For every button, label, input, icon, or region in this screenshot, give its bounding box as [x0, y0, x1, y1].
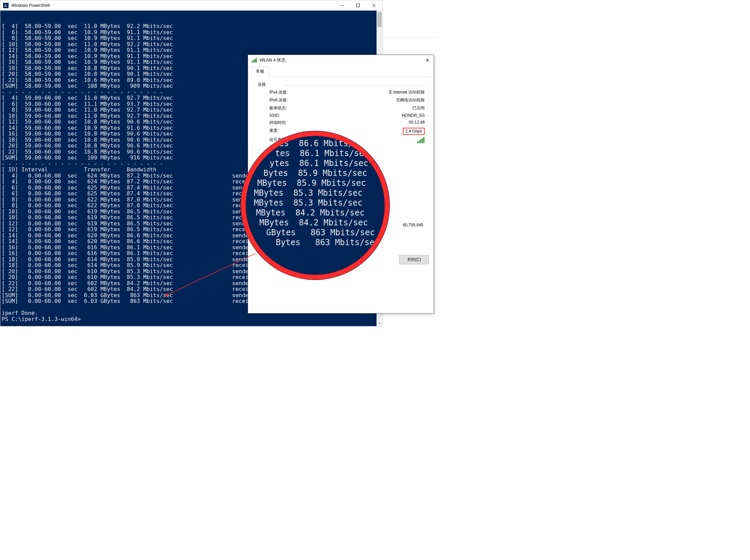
- svg-rect-9: [256, 58, 257, 62]
- powershell-titlebar[interactable]: Windows PowerShell: [0, 0, 382, 11]
- duration-label: 持续时间:: [269, 120, 287, 126]
- duration-value: 00:12:48: [409, 120, 425, 126]
- magnifier-text: es 86.6 Mbits/sectes 86.1 Mbits/secytes …: [246, 136, 385, 248]
- speed-value: 2.4 Gbps: [403, 128, 425, 135]
- svg-rect-8: [255, 59, 256, 63]
- media-state-label: 媒体状态:: [269, 105, 287, 111]
- minimize-button[interactable]: [335, 0, 350, 11]
- close-dialog-button[interactable]: 关闭(C): [399, 255, 429, 264]
- signal-icon: [251, 58, 257, 62]
- ipv6-label: IPv6 连接:: [269, 97, 288, 103]
- svg-rect-10: [417, 141, 418, 143]
- maximize-button[interactable]: [350, 0, 366, 11]
- close-button[interactable]: [366, 0, 382, 11]
- svg-rect-7: [254, 59, 255, 62]
- media-state-value: 已启用: [412, 105, 425, 111]
- background-window-strip: [383, 10, 436, 38]
- wlan-title: WLAN 4 状态: [260, 57, 423, 63]
- scroll-down-arrow[interactable]: ▾: [377, 320, 382, 326]
- svg-rect-14: [423, 137, 424, 143]
- tab-general[interactable]: 常规: [251, 67, 269, 77]
- speed-label: 速度:: [269, 128, 278, 135]
- ssid-label: SSID:: [269, 113, 280, 118]
- svg-rect-13: [422, 138, 423, 143]
- ipv6-value: 无网络访问权限: [396, 97, 425, 103]
- svg-rect-5: [251, 61, 253, 62]
- tab-strip: 常规: [251, 67, 430, 77]
- ipv4-label: IPv4 连接:: [269, 89, 288, 95]
- powershell-title: Windows PowerShell: [11, 3, 335, 8]
- section-connection: 连接: [258, 82, 426, 87]
- svg-rect-6: [253, 60, 254, 63]
- ipv4-value: 无 Internet 访问权限: [388, 89, 425, 95]
- scroll-thumb[interactable]: [377, 12, 382, 27]
- wlan-titlebar[interactable]: WLAN 4 状态 ✕: [248, 55, 434, 65]
- svg-rect-2: [357, 4, 360, 7]
- powershell-icon: [3, 3, 9, 8]
- ssid-value: HONOR_5G: [402, 113, 425, 118]
- svg-rect-12: [420, 139, 421, 143]
- wlan-close-icon[interactable]: ✕: [423, 57, 432, 64]
- magnifier-callout: es 86.6 Mbits/sectes 86.1 Mbits/secytes …: [241, 131, 390, 280]
- svg-rect-11: [419, 140, 420, 143]
- signal-quality-icon: [417, 137, 425, 144]
